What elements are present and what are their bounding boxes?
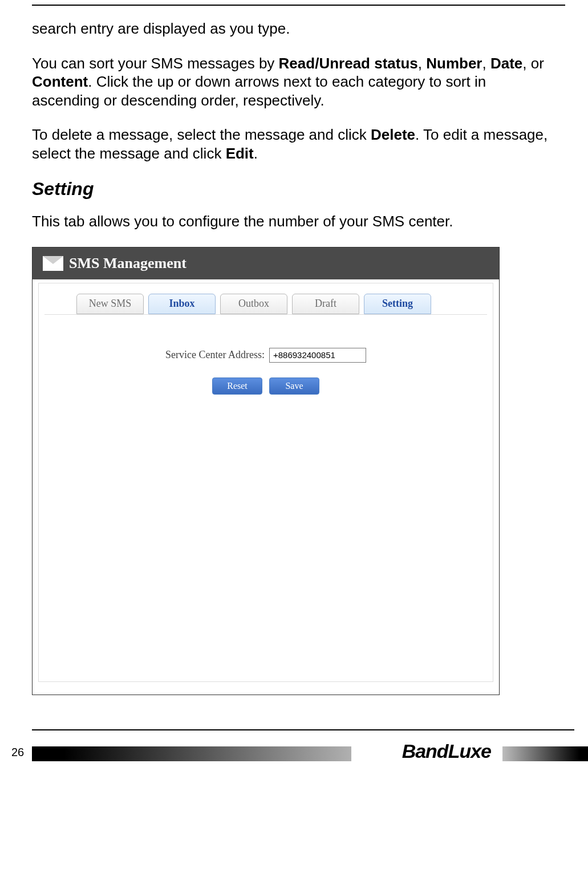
bold-number: Number <box>426 55 482 72</box>
tab-outbox[interactable]: Outbox <box>220 294 287 314</box>
sms-management-screenshot: SMS Management New SMS Inbox Outbox Draf… <box>32 247 500 695</box>
bold-edit: Edit <box>226 145 254 162</box>
text: To delete a message, select the message … <box>32 126 371 143</box>
page-footer: 26 BandLuxe <box>0 729 588 762</box>
paragraph-delete-edit: To delete a message, select the message … <box>32 125 556 163</box>
paragraph-search: search entry are displayed as you type. <box>32 19 556 38</box>
setting-panel-body: Service Center Address: Reset Save <box>44 314 487 395</box>
tabs: New SMS Inbox Outbox Draft Setting <box>39 283 493 314</box>
paragraph-sort: You can sort your SMS messages by Read/U… <box>32 54 556 110</box>
text: . <box>254 145 258 162</box>
tab-setting[interactable]: Setting <box>364 294 431 314</box>
heading-setting: Setting <box>32 178 556 200</box>
service-center-row: Service Center Address: <box>44 348 487 363</box>
bold-date: Date <box>490 55 522 72</box>
envelope-icon <box>43 256 63 271</box>
footer-rule <box>32 729 574 730</box>
text: , <box>482 55 490 72</box>
text: , or <box>522 55 544 72</box>
brand-logo: BandLuxe <box>402 740 491 762</box>
text: You can sort your SMS messages by <box>32 55 279 72</box>
text: , <box>418 55 426 72</box>
paragraph-setting-desc: This tab allows you to configure the num… <box>32 212 556 231</box>
reset-button[interactable]: Reset <box>212 377 262 395</box>
window-title: SMS Management <box>69 255 186 272</box>
bold-read-unread: Read/Unread status <box>279 55 418 72</box>
service-center-input[interactable] <box>269 348 366 363</box>
footer-gradient-left <box>32 746 351 761</box>
save-button[interactable]: Save <box>269 377 319 395</box>
text: . Click the up or down arrows next to ea… <box>32 73 486 109</box>
footer-gradient-right <box>502 746 588 761</box>
window-titlebar: SMS Management <box>33 247 499 279</box>
tab-inbox[interactable]: Inbox <box>148 294 216 314</box>
tab-new-sms[interactable]: New SMS <box>76 294 144 314</box>
button-row: Reset Save <box>44 377 487 395</box>
bold-delete: Delete <box>371 126 415 143</box>
page-number: 26 <box>11 746 24 759</box>
service-center-label: Service Center Address: <box>165 349 265 361</box>
tab-draft[interactable]: Draft <box>292 294 359 314</box>
main-panel: New SMS Inbox Outbox Draft Setting Servi… <box>38 283 493 682</box>
bold-content: Content <box>32 73 88 90</box>
